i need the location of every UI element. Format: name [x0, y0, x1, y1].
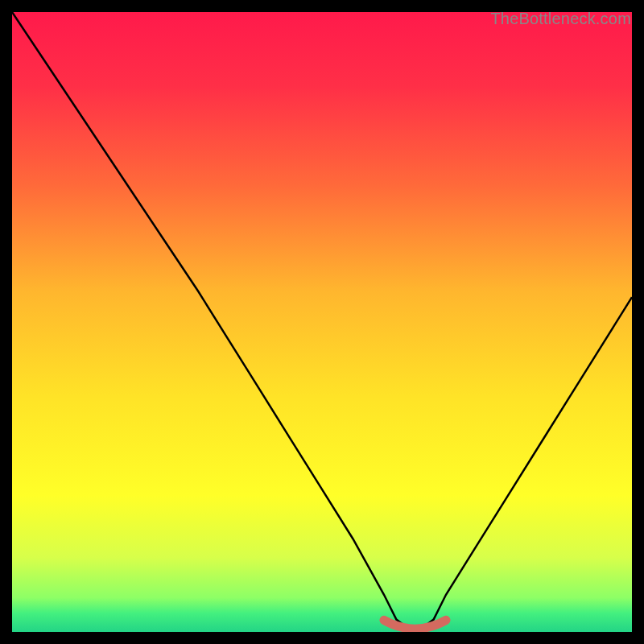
watermark-text: TheBottleneck.com	[490, 10, 631, 28]
chart-stage: TheBottleneck.com	[0, 0, 644, 644]
plot-area	[12, 12, 632, 632]
min-marker	[384, 620, 446, 629]
bottleneck-curve	[12, 12, 632, 629]
chart-overlay	[12, 12, 632, 632]
